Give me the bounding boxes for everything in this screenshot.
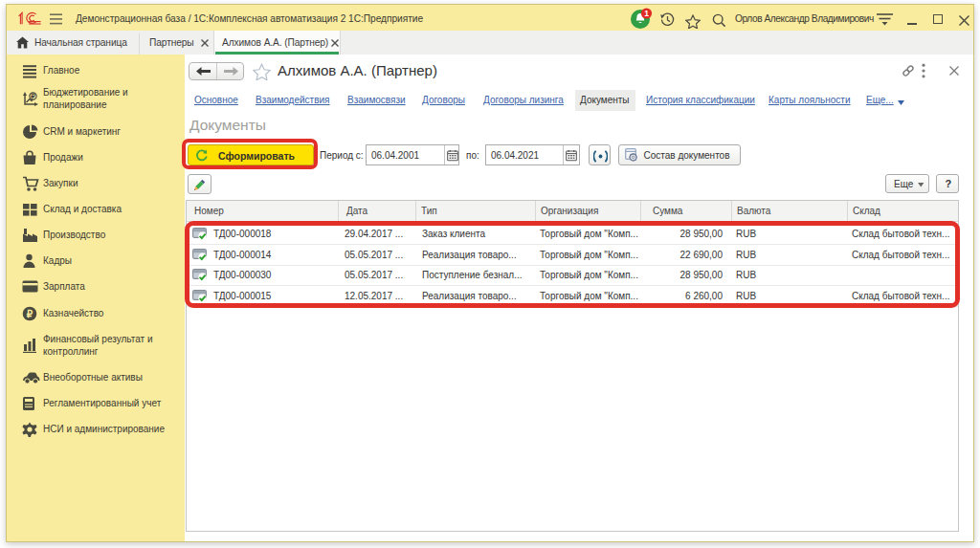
svg-text:1: 1	[644, 9, 649, 18]
svg-text:₽: ₽	[27, 309, 33, 319]
svg-text:₽: ₽	[31, 93, 35, 99]
